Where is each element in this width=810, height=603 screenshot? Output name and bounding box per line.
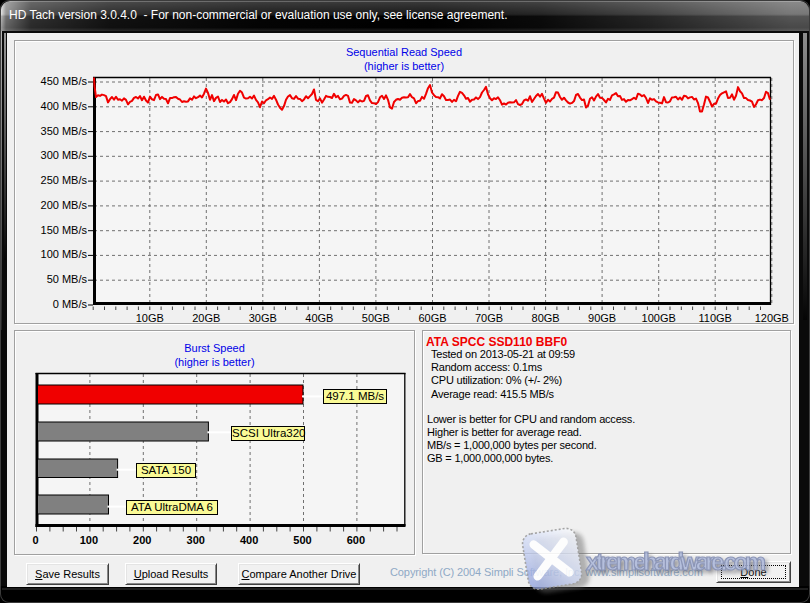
svg-text:250 MB/s: 250 MB/s: [41, 174, 88, 186]
svg-text:100: 100: [80, 534, 98, 546]
svg-text:100GB: 100GB: [642, 312, 676, 324]
svg-text:30GB: 30GB: [249, 312, 277, 324]
svg-text:100 MB/s: 100 MB/s: [41, 248, 88, 260]
svg-text:0: 0: [32, 534, 38, 546]
svg-text:400: 400: [240, 534, 258, 546]
svg-text:50 MB/s: 50 MB/s: [47, 273, 88, 285]
svg-text:150 MB/s: 150 MB/s: [41, 224, 88, 236]
svg-text:110GB: 110GB: [698, 312, 731, 324]
svg-text:200 MB/s: 200 MB/s: [41, 199, 88, 211]
svg-text:80GB: 80GB: [532, 312, 560, 324]
svg-text:10GB: 10GB: [136, 312, 164, 324]
svg-text:200: 200: [133, 534, 151, 546]
svg-text:350 MB/s: 350 MB/s: [41, 125, 88, 137]
svg-text:400 MB/s: 400 MB/s: [41, 100, 88, 112]
svg-text:600: 600: [347, 534, 365, 546]
svg-text:40GB: 40GB: [305, 312, 333, 324]
svg-text:300 MB/s: 300 MB/s: [41, 149, 88, 161]
svg-text:450 MB/s: 450 MB/s: [41, 75, 88, 87]
svg-text:120GB: 120GB: [755, 312, 789, 324]
svg-text:20GB: 20GB: [192, 312, 220, 324]
svg-text:50GB: 50GB: [362, 312, 390, 324]
svg-text:90GB: 90GB: [588, 312, 616, 324]
svg-text:500: 500: [293, 534, 311, 546]
svg-text:60GB: 60GB: [418, 312, 446, 324]
svg-text:70GB: 70GB: [475, 312, 503, 324]
svg-text:0 MB/s: 0 MB/s: [53, 298, 88, 310]
svg-text:300: 300: [187, 534, 205, 546]
